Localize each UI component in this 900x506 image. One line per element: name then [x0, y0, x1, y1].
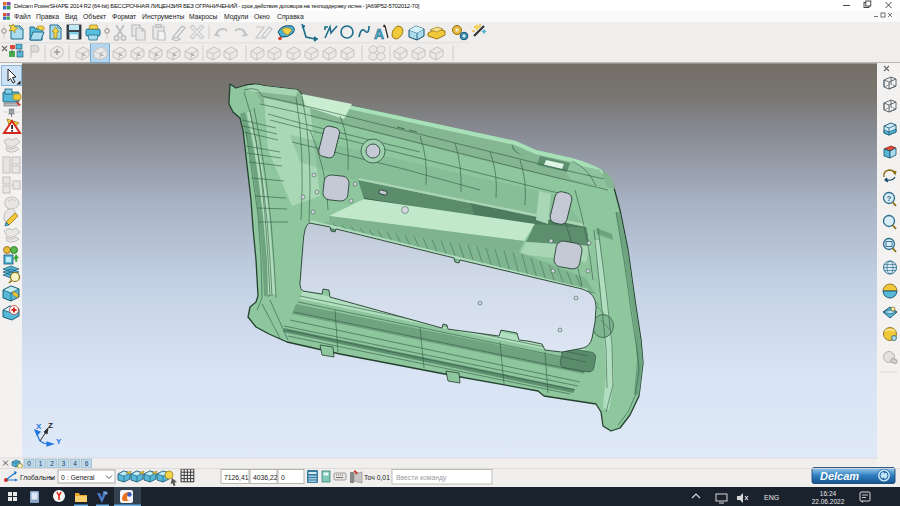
svg-text:4036,22: 4036,22 [253, 474, 278, 481]
svg-text:Файл: Файл [14, 13, 31, 20]
svg-text:Точ 0,01: Точ 0,01 [364, 474, 390, 481]
svg-text:Z: Z [48, 421, 53, 430]
svg-text:Окно: Окно [254, 13, 270, 20]
svg-text:Инструменты: Инструменты [142, 13, 184, 21]
svg-text:Объект: Объект [83, 13, 106, 20]
svg-text:Delcam: Delcam [820, 470, 859, 482]
svg-text:Макросы: Макросы [189, 13, 217, 21]
svg-text:A: A [374, 26, 384, 42]
svg-text:?: ? [887, 194, 892, 203]
svg-text:4: 4 [73, 460, 77, 467]
svg-text:Справка: Справка [277, 13, 304, 21]
svg-text:Формат: Формат [112, 13, 136, 21]
svg-text:1: 1 [39, 460, 43, 467]
svg-text:2: 2 [50, 460, 54, 467]
svg-text:Y: Y [56, 437, 62, 446]
svg-text:Ввести команду: Ввести команду [396, 474, 447, 482]
svg-text:Модули: Модули [224, 13, 249, 21]
svg-text:Вид: Вид [65, 13, 77, 21]
svg-text:Delcam PowerSHAPE 2014 R2 (64-: Delcam PowerSHAPE 2014 R2 (64-bit) БЕССР… [14, 2, 420, 9]
svg-text:ENG: ENG [764, 494, 779, 501]
svg-text:6: 6 [85, 460, 89, 467]
svg-text:Глобальны: Глобальны [20, 474, 55, 481]
svg-text:0 : General: 0 : General [61, 474, 95, 481]
svg-text:3: 3 [62, 460, 66, 467]
svg-text:22.06.2022: 22.06.2022 [812, 498, 845, 505]
svg-text:0: 0 [281, 474, 285, 481]
svg-text:16:24: 16:24 [820, 490, 837, 497]
svg-text:X: X [36, 422, 42, 431]
svg-text:Правка: Правка [36, 13, 59, 21]
svg-text:0: 0 [27, 460, 31, 467]
svg-text:7126,41: 7126,41 [224, 474, 249, 481]
